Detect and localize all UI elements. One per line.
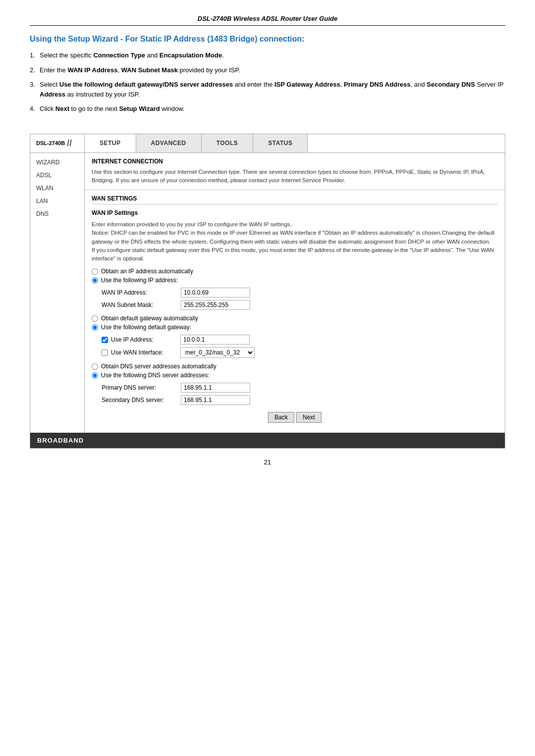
primary-dns-input[interactable] xyxy=(181,383,250,393)
secondary-dns-label: Secondary DNS server: xyxy=(102,397,181,403)
obtain-dns-auto-radio[interactable] xyxy=(92,363,98,370)
instruction-1: Select the specific Connection Type and … xyxy=(30,50,505,60)
use-ip-address-label: Use IP Address: xyxy=(111,336,180,343)
sidebar-item-wizard[interactable]: WIZARD xyxy=(30,156,84,169)
router-sidebar: WIZARD ADSL WLAN LAN DNS xyxy=(30,153,85,433)
use-following-ip-radio[interactable] xyxy=(92,277,98,284)
sidebar-item-wlan[interactable]: WLAN xyxy=(30,182,84,195)
wan-ip-label: WAN IP Address: xyxy=(102,289,181,296)
wan-subnet-label: WAN Subnet Mask: xyxy=(102,302,181,308)
sidebar-item-adsl[interactable]: ADSL xyxy=(30,169,84,182)
use-following-gateway-option[interactable]: Use the following default gateway: xyxy=(92,324,498,331)
secondary-dns-input[interactable] xyxy=(181,395,250,405)
use-wan-interface-checkbox[interactable] xyxy=(102,350,108,356)
primary-dns-label: Primary DNS server: xyxy=(102,384,181,391)
obtain-ip-auto-label: Obtain an IP address automatically xyxy=(101,268,193,275)
use-wan-interface-row: Use WAN Interface: mer_0_32/nas_0_32 xyxy=(102,347,498,358)
use-wan-interface-label: Use WAN Interface: xyxy=(111,349,180,356)
sidebar-item-dns[interactable]: DNS xyxy=(30,207,84,220)
document-title: DSL-2740B Wireless ADSL Router User Guid… xyxy=(30,15,505,26)
obtain-gateway-auto-label: Obtain default gateway automatically xyxy=(101,315,198,322)
section-heading: Using the Setup Wizard - For Static IP A… xyxy=(30,35,505,44)
obtain-dns-auto-label: Obtain DNS server addresses automaticall… xyxy=(101,363,216,370)
router-logo: DSL-2740B // xyxy=(30,134,85,152)
nav-tab-tools[interactable]: TOOLS xyxy=(202,134,254,152)
footer-brand: BROADBAND xyxy=(37,437,84,444)
internet-connection-section: INTERNET CONNECTION Use this section to … xyxy=(85,153,505,191)
use-ip-address-row: Use IP Address: xyxy=(102,335,498,345)
obtain-ip-auto-radio[interactable] xyxy=(92,268,98,275)
gateway-radio-group: Obtain default gateway automatically Use… xyxy=(92,315,498,331)
sidebar-item-lan[interactable]: LAN xyxy=(30,195,84,207)
dns-radio-group: Obtain DNS server addresses automaticall… xyxy=(92,363,498,379)
ip-address-radio-group: Obtain an IP address automatically Use t… xyxy=(92,268,498,284)
obtain-ip-auto-option[interactable]: Obtain an IP address automatically xyxy=(92,268,498,275)
router-body: WIZARD ADSL WLAN LAN DNS INTERNET CONNEC… xyxy=(30,153,505,433)
internet-connection-title: INTERNET CONNECTION xyxy=(92,158,498,165)
use-following-ip-label: Use the following IP address: xyxy=(101,277,178,284)
wan-ip-row: WAN IP Address: xyxy=(102,288,498,298)
obtain-dns-auto-option[interactable]: Obtain DNS server addresses automaticall… xyxy=(92,363,498,370)
use-following-dns-option[interactable]: Use the following DNS server addresses: xyxy=(92,372,498,379)
use-following-gateway-radio[interactable] xyxy=(92,324,98,331)
nav-tabs: SETUP ADVANCED TOOLS STATUS xyxy=(85,134,505,152)
router-footer: BROADBAND xyxy=(30,433,505,448)
obtain-gateway-auto-radio[interactable] xyxy=(92,315,98,322)
wan-ip-input[interactable] xyxy=(181,288,250,298)
obtain-gateway-auto-option[interactable]: Obtain default gateway automatically xyxy=(92,315,498,322)
page-number: 21 xyxy=(30,458,505,466)
secondary-dns-row: Secondary DNS server: xyxy=(102,395,498,405)
next-button[interactable]: Next xyxy=(296,412,321,423)
button-row: Back Next xyxy=(92,412,498,423)
nav-tab-advanced[interactable]: ADVANCED xyxy=(136,134,202,152)
use-wan-interface-select[interactable]: mer_0_32/nas_0_32 xyxy=(180,347,255,358)
instruction-3: Select Use the following default gateway… xyxy=(30,80,505,99)
use-ip-address-checkbox[interactable] xyxy=(102,337,108,343)
nav-tab-status[interactable]: STATUS xyxy=(253,134,308,152)
wan-settings-section: WAN SETTINGS WAN IP Settings Enter infor… xyxy=(85,190,505,433)
use-following-gateway-label: Use the following default gateway: xyxy=(101,324,191,331)
router-topbar: DSL-2740B // SETUP ADVANCED TOOLS STATUS xyxy=(30,134,505,153)
wan-subnet-input[interactable] xyxy=(181,300,250,310)
use-following-dns-label: Use the following DNS server addresses: xyxy=(101,372,210,379)
router-main: INTERNET CONNECTION Use this section to … xyxy=(85,153,505,433)
router-model: DSL-2740B xyxy=(36,140,65,146)
instruction-2: Enter the WAN IP Address, WAN Subnet Mas… xyxy=(30,65,505,75)
use-following-dns-radio[interactable] xyxy=(92,372,98,379)
wan-subnet-row: WAN Subnet Mask: xyxy=(102,300,498,310)
use-ip-address-input[interactable] xyxy=(180,335,250,345)
nav-tab-setup[interactable]: SETUP xyxy=(85,134,136,152)
router-logo-slash: // xyxy=(67,138,72,149)
wan-ip-settings-title: WAN IP Settings xyxy=(92,209,498,216)
internet-connection-desc: Use this section to configure your Inter… xyxy=(92,168,498,185)
back-button[interactable]: Back xyxy=(268,412,294,423)
instruction-4: Click Next to go to the next Setup Wizar… xyxy=(30,104,505,114)
wan-settings-title: WAN SETTINGS xyxy=(92,195,498,204)
wan-notice: Enter information provided to you by you… xyxy=(92,220,498,263)
primary-dns-row: Primary DNS server: xyxy=(102,383,498,393)
use-following-ip-option[interactable]: Use the following IP address: xyxy=(92,277,498,284)
router-frame: DSL-2740B // SETUP ADVANCED TOOLS STATUS… xyxy=(30,134,505,449)
instructions-list: Select the specific Connection Type and … xyxy=(30,50,505,119)
